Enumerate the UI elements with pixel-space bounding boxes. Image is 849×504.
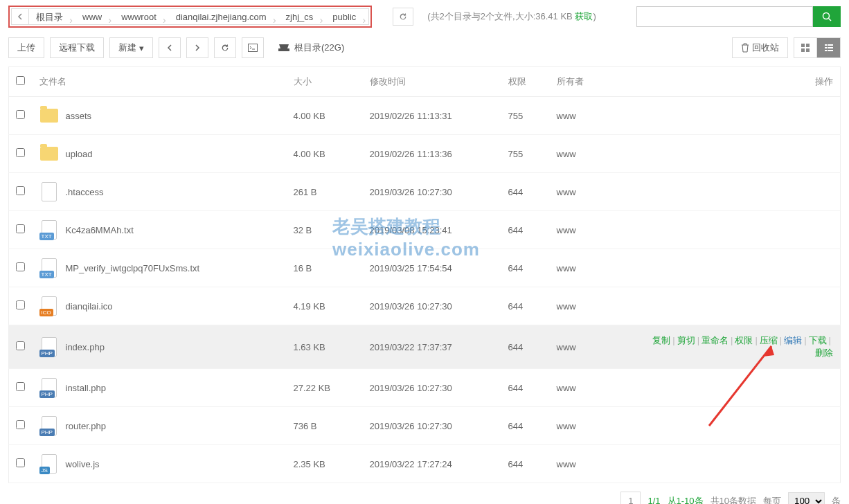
dir-summary: (共2个目录与2个文件,大小:36.41 KB 获取) bbox=[427, 10, 596, 23]
breadcrumb-item[interactable]: www› bbox=[75, 8, 115, 25]
folder-icon bbox=[40, 147, 58, 161]
file-name[interactable]: install.php bbox=[66, 383, 107, 393]
col-owner[interactable]: 所有者 bbox=[550, 67, 633, 97]
row-checkbox[interactable] bbox=[16, 262, 25, 271]
table-row[interactable]: .htaccess261 B2019/03/26 10:27:30644www bbox=[9, 173, 841, 211]
file-table: 文件名 大小 修改时间 权限 所有者 操作 assets4.00 KB2019/… bbox=[8, 66, 841, 483]
file-name[interactable]: .htaccess bbox=[66, 187, 104, 197]
breadcrumb-back-button[interactable] bbox=[11, 8, 29, 25]
action-download[interactable]: 下载 bbox=[809, 335, 827, 345]
action-perm[interactable]: 权限 bbox=[735, 335, 753, 345]
row-checkbox[interactable] bbox=[16, 110, 25, 119]
svg-rect-4 bbox=[806, 44, 810, 47]
col-perm[interactable]: 权限 bbox=[501, 67, 550, 97]
table-row[interactable]: dianqilai.ico4.19 KB2019/03/26 10:27:306… bbox=[9, 287, 841, 325]
file-icon bbox=[42, 296, 57, 316]
cell-owner: www bbox=[550, 407, 633, 445]
row-checkbox[interactable] bbox=[16, 224, 25, 233]
row-checkbox[interactable] bbox=[16, 186, 25, 195]
action-cut[interactable]: 剪切 bbox=[677, 335, 695, 345]
file-name[interactable]: index.php bbox=[66, 342, 105, 352]
file-name[interactable]: dianqilai.ico bbox=[66, 301, 113, 312]
cell-owner: www bbox=[550, 369, 633, 407]
row-checkbox[interactable] bbox=[16, 300, 25, 309]
file-icon bbox=[42, 220, 57, 240]
action-rename[interactable]: 重命名 bbox=[701, 335, 729, 345]
action-delete[interactable]: 删除 bbox=[815, 348, 833, 358]
action-copy[interactable]: 复制 bbox=[652, 335, 670, 345]
create-button[interactable]: 新建 ▾ bbox=[109, 37, 153, 58]
breadcrumb-item[interactable]: dianqilai.zjhejiang.com› bbox=[169, 8, 280, 25]
row-checkbox[interactable] bbox=[16, 341, 25, 350]
row-checkbox[interactable] bbox=[16, 420, 25, 429]
view-list-button[interactable] bbox=[817, 37, 841, 58]
toolbar-refresh-button[interactable] bbox=[214, 37, 236, 58]
cell-owner: www bbox=[550, 97, 633, 135]
breadcrumb-item[interactable]: wwwroot› bbox=[114, 8, 170, 25]
file-name[interactable]: MP_verify_iwtgclpq70FUxSms.txt bbox=[66, 263, 200, 273]
col-mtime[interactable]: 修改时间 bbox=[363, 67, 501, 97]
recycle-label: 回收站 bbox=[752, 42, 779, 54]
action-zip[interactable]: 压缩 bbox=[760, 335, 778, 345]
cell-mtime: 2019/03/26 10:27:30 bbox=[363, 287, 501, 325]
file-name[interactable]: wolive.js bbox=[66, 459, 100, 469]
acquire-link[interactable]: 获取 bbox=[575, 11, 593, 21]
folder-icon bbox=[40, 109, 58, 123]
disk-info: 根目录(22G) bbox=[278, 42, 344, 54]
row-actions bbox=[633, 445, 841, 483]
table-row[interactable]: MP_verify_iwtgclpq70FUxSms.txt16 B2019/0… bbox=[9, 249, 841, 287]
table-row[interactable]: upload4.00 KB2019/02/26 11:13:36755www bbox=[9, 135, 841, 173]
row-checkbox[interactable] bbox=[16, 458, 25, 467]
terminal-button[interactable] bbox=[242, 37, 264, 58]
cell-size: 27.22 KB bbox=[287, 369, 363, 407]
row-checkbox[interactable] bbox=[16, 148, 25, 157]
cell-mtime: 2019/03/26 10:27:30 bbox=[363, 369, 501, 407]
page-total: 1/1 bbox=[647, 496, 660, 504]
view-grid-button[interactable] bbox=[794, 37, 817, 58]
chevron-right-icon: › bbox=[320, 12, 323, 28]
recycle-bin-button[interactable]: 回收站 bbox=[732, 37, 788, 58]
cell-mtime: 2019/03/26 10:27:30 bbox=[363, 173, 501, 211]
file-name[interactable]: Kc4za6MMAh.txt bbox=[66, 225, 134, 235]
file-icon bbox=[42, 182, 57, 201]
table-row[interactable]: router.php736 B2019/03/26 10:27:30644www bbox=[9, 407, 841, 445]
svg-rect-10 bbox=[828, 47, 833, 48]
action-edit[interactable]: 编辑 bbox=[784, 335, 802, 345]
nav-forward-button[interactable] bbox=[186, 37, 208, 58]
svg-rect-8 bbox=[828, 44, 833, 46]
disk-label: 根目录(22G) bbox=[294, 42, 344, 54]
table-row[interactable]: index.php1.63 KB2019/03/22 17:37:37644ww… bbox=[9, 325, 841, 369]
breadcrumb-item[interactable]: 根目录› bbox=[29, 8, 76, 25]
per-page-label-pre: 每页 bbox=[763, 495, 781, 505]
breadcrumb-item[interactable]: zjhj_cs› bbox=[279, 8, 327, 25]
per-page-select[interactable]: 100 bbox=[788, 492, 825, 505]
table-row[interactable]: install.php27.22 KB2019/03/26 10:27:3064… bbox=[9, 369, 841, 407]
file-name[interactable]: upload bbox=[66, 149, 93, 159]
cell-mtime: 2019/03/08 15:23:41 bbox=[363, 211, 501, 249]
col-name[interactable]: 文件名 bbox=[33, 67, 287, 97]
breadcrumb-item[interactable]: public› bbox=[325, 8, 369, 25]
search-button[interactable] bbox=[813, 6, 841, 27]
refresh-button[interactable] bbox=[393, 8, 413, 26]
svg-line-1 bbox=[829, 19, 832, 21]
pager: 1 1/1 从1-10条 共10条数据 每页 100 条 bbox=[0, 483, 849, 504]
cell-mtime: 2019/02/26 11:13:31 bbox=[363, 97, 501, 135]
table-row[interactable]: Kc4za6MMAh.txt32 B2019/03/08 15:23:41644… bbox=[9, 211, 841, 249]
row-actions bbox=[633, 173, 841, 211]
search-input[interactable] bbox=[636, 6, 813, 27]
page-range: 从1-10条 bbox=[668, 495, 704, 505]
file-name[interactable]: assets bbox=[66, 111, 92, 121]
upload-button[interactable]: 上传 bbox=[8, 37, 44, 58]
select-all-checkbox[interactable] bbox=[16, 76, 25, 85]
table-row[interactable]: assets4.00 KB2019/02/26 11:13:31755www bbox=[9, 97, 841, 135]
cell-size: 736 B bbox=[287, 407, 363, 445]
cell-size: 4.19 KB bbox=[287, 287, 363, 325]
remote-download-button[interactable]: 远程下载 bbox=[50, 37, 104, 58]
cell-perm: 644 bbox=[501, 173, 550, 211]
file-name[interactable]: router.php bbox=[66, 421, 107, 431]
table-row[interactable]: wolive.js2.35 KB2019/03/22 17:27:24644ww… bbox=[9, 445, 841, 483]
nav-back-button[interactable] bbox=[159, 37, 181, 58]
row-checkbox[interactable] bbox=[16, 382, 25, 391]
col-size[interactable]: 大小 bbox=[287, 67, 363, 97]
page-number[interactable]: 1 bbox=[620, 492, 641, 504]
